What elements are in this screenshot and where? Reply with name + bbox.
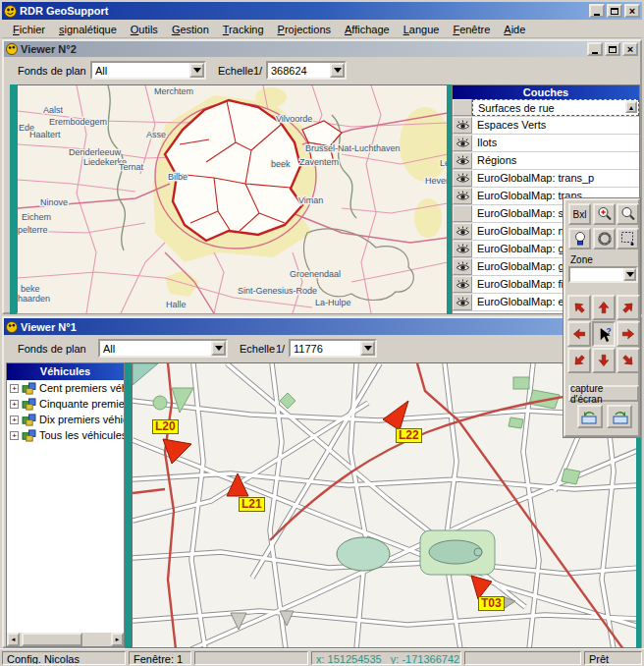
tree-expander-icon[interactable]: + xyxy=(10,384,19,393)
layer-label[interactable]: Espaces Verts xyxy=(472,117,639,134)
vehicle-group-icon xyxy=(22,414,36,426)
layer-visibility-toggle[interactable] xyxy=(453,294,472,310)
vehicle-label-t03[interactable]: T03 xyxy=(478,596,505,611)
arrow-northwest-icon xyxy=(568,297,591,319)
viewer1-map[interactable]: L20 L21 L22 T03 xyxy=(132,362,638,648)
chevron-down-icon[interactable] xyxy=(623,268,636,281)
tree-item[interactable]: + Tous les véhicules xyxy=(7,427,124,443)
map-label: Eichem xyxy=(22,212,51,222)
viewer1-title-bar[interactable]: Viewer N°1 xyxy=(4,318,640,335)
echelle-select[interactable]: 368624 xyxy=(266,61,347,80)
viewer2-title-bar[interactable]: Viewer N°2 × xyxy=(4,41,640,57)
scroll-right-button[interactable]: ► xyxy=(111,633,124,646)
pan-southeast-button[interactable] xyxy=(617,348,640,373)
pan-south-button[interactable] xyxy=(592,348,616,373)
close-button[interactable]: × xyxy=(624,4,640,18)
layer-visibility-toggle[interactable] xyxy=(453,241,472,257)
layer-visibility-toggle[interactable] xyxy=(453,117,472,134)
lamp-icon xyxy=(572,231,588,247)
tree-item[interactable]: + Dix premiers véhicule xyxy=(7,412,124,427)
pan-west-button[interactable] xyxy=(567,321,591,347)
pan-northeast-button[interactable] xyxy=(617,295,640,320)
maximize-icon xyxy=(611,8,618,15)
tree-item-label[interactable]: Cinquante premiers v xyxy=(39,398,124,410)
fonds-de-plan-select[interactable]: All xyxy=(98,339,228,358)
chevron-down-icon[interactable] xyxy=(189,63,204,78)
horizontal-scrollbar[interactable]: ◄ ► xyxy=(7,633,124,646)
chevron-down-icon[interactable] xyxy=(211,341,226,356)
tree-expander-icon[interactable]: + xyxy=(10,431,19,440)
scroll-left-button[interactable]: ◄ xyxy=(7,633,20,646)
pan-north-button[interactable] xyxy=(592,295,616,320)
menu-fenetre[interactable]: Fenêtre xyxy=(446,22,497,37)
status-coordinates: x: 151254535 y: -171366742 xyxy=(311,651,461,665)
layer-visibility-toggle[interactable] xyxy=(453,188,472,204)
screen-capture-button[interactable]: capture d'écran xyxy=(568,385,639,402)
menu-fichier[interactable]: Fichier xyxy=(6,22,52,37)
viewer2-close-button[interactable]: × xyxy=(622,42,638,56)
chevron-down-icon[interactable] xyxy=(330,63,345,78)
menu-gestion[interactable]: Gestion xyxy=(165,22,216,37)
layer-label[interactable]: Ilots xyxy=(472,135,639,151)
viewer2-map-canvas[interactable]: Aalst Erembodegem Ede Haaltert Denderlee… xyxy=(18,85,448,313)
zoom-out-button[interactable] xyxy=(617,203,639,225)
tree-map-splitter[interactable] xyxy=(125,362,132,648)
tree-item[interactable]: + Cinquante premiers v xyxy=(7,396,124,412)
scrollbar-thumb[interactable] xyxy=(22,633,82,646)
vehicle-label-l22[interactable]: L22 xyxy=(396,428,422,443)
menu-tracking[interactable]: Tracking xyxy=(216,22,271,37)
orientation-left-button[interactable] xyxy=(577,405,603,428)
minimize-button[interactable] xyxy=(589,4,605,18)
menu-langue[interactable]: Langue xyxy=(397,22,447,37)
menu-outils[interactable]: Outils xyxy=(124,22,165,37)
layer-visibility-toggle[interactable] xyxy=(453,205,472,222)
tree-item-label[interactable]: Tous les véhicules xyxy=(39,429,124,441)
layer-label[interactable]: EuroGlobalMap: trans_p xyxy=(472,170,639,187)
map-label: Vilvoorde xyxy=(276,114,312,124)
menu-signaletique[interactable]: signalétique xyxy=(52,22,124,37)
viewer1-map-canvas[interactable] xyxy=(133,363,638,648)
menu-projections[interactable]: Projections xyxy=(271,22,338,37)
bxl-button[interactable]: Bxl xyxy=(568,203,591,225)
layer-label[interactable]: Régions xyxy=(472,152,639,169)
layer-visibility-toggle[interactable] xyxy=(453,258,472,275)
pan-east-button[interactable] xyxy=(617,321,640,347)
vehicle-label-l20[interactable]: L20 xyxy=(152,419,179,434)
map-splitter[interactable] xyxy=(10,84,17,314)
scroll-up-button[interactable]: ▲ xyxy=(625,101,637,113)
layer-visibility-toggle[interactable] xyxy=(453,135,472,151)
zoom-in-button[interactable] xyxy=(593,203,616,225)
echelle-select[interactable]: 11776 xyxy=(289,339,377,358)
pan-northwest-button[interactable] xyxy=(567,295,591,320)
viewer2-maximize-button[interactable] xyxy=(605,42,620,56)
main-title-bar[interactable]: RDR GeoSupport × xyxy=(2,2,642,20)
layer-label[interactable]: Surfaces de rue xyxy=(472,99,639,116)
center-extent-button[interactable] xyxy=(593,228,616,250)
highlight-button[interactable] xyxy=(568,228,591,250)
maximize-button[interactable] xyxy=(607,4,622,18)
layer-visibility-toggle[interactable] xyxy=(453,152,472,169)
pan-southwest-button[interactable] xyxy=(567,348,591,373)
svg-text:?: ? xyxy=(606,326,611,336)
viewer2-minimize-button[interactable] xyxy=(587,42,603,56)
map-label: pelterre xyxy=(18,225,48,235)
chevron-down-icon[interactable] xyxy=(360,341,375,356)
orientation-right-button[interactable] xyxy=(607,405,632,428)
identify-button[interactable]: ? xyxy=(592,321,616,347)
zone-select[interactable] xyxy=(568,266,638,283)
zoom-to-selection-button[interactable] xyxy=(617,228,639,250)
tree-item-label[interactable]: Dix premiers véhicule xyxy=(39,414,124,425)
tree-item-label[interactable]: Cent premiers véhicu xyxy=(39,382,124,394)
layer-visibility-toggle[interactable] xyxy=(453,276,472,293)
menu-aide[interactable]: Aide xyxy=(497,22,532,37)
tree-expander-icon[interactable]: + xyxy=(10,400,19,409)
tree-item[interactable]: + Cent premiers véhicu xyxy=(7,380,124,396)
layer-visibility-toggle[interactable] xyxy=(453,223,472,240)
tree-expander-icon[interactable]: + xyxy=(10,416,19,424)
vehicle-label-l21[interactable]: L21 xyxy=(239,497,265,512)
menu-affichage[interactable]: Affichage xyxy=(338,22,397,37)
viewer2-map[interactable]: Aalst Erembodegem Ede Haaltert Denderlee… xyxy=(17,84,447,312)
layer-visibility-toggle[interactable] xyxy=(453,99,472,116)
fonds-de-plan-select[interactable]: All xyxy=(90,61,206,80)
layer-visibility-toggle[interactable] xyxy=(453,170,472,187)
